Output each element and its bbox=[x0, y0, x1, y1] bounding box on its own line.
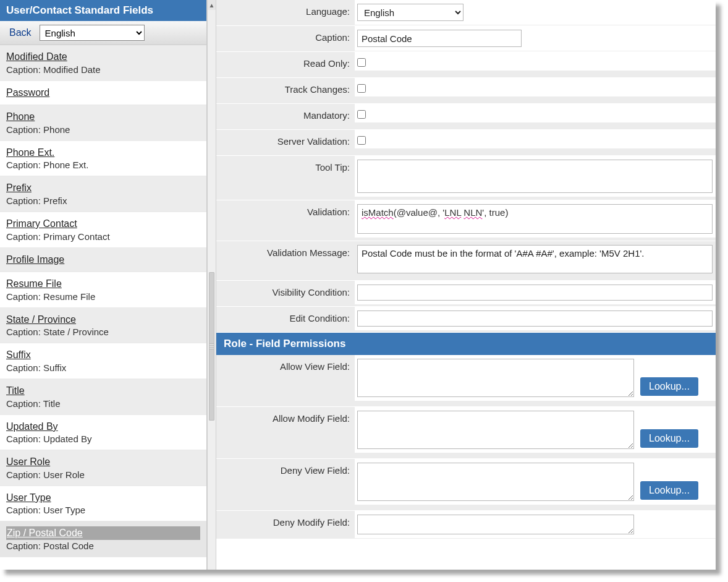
field-list-item[interactable]: Profile Image bbox=[0, 248, 206, 273]
sidebar-title: User/Contact Standard Fields bbox=[0, 0, 206, 21]
field-name: Prefix bbox=[6, 181, 200, 195]
field-list-item[interactable]: Updated ByCaption: Updated By bbox=[0, 415, 206, 451]
mandatory-checkbox[interactable] bbox=[357, 110, 366, 119]
lookup-button[interactable]: Lookup... bbox=[640, 429, 698, 448]
field-caption: Caption: Updated By bbox=[6, 434, 200, 444]
server-validation-checkbox[interactable] bbox=[357, 136, 366, 145]
field-name: User Role bbox=[6, 455, 200, 469]
field-list-item[interactable]: User TypeCaption: User Type bbox=[0, 486, 206, 522]
caption-input[interactable] bbox=[357, 30, 522, 47]
edit-condition-input[interactable] bbox=[357, 310, 713, 327]
field-caption: Caption: Modified Date bbox=[6, 64, 200, 75]
perm-textarea[interactable] bbox=[357, 411, 634, 449]
label-track-changes: Track Changes: bbox=[216, 78, 355, 100]
permissions-header: Role - Field Permissions bbox=[216, 333, 716, 355]
lookup-button[interactable]: Lookup... bbox=[640, 377, 698, 396]
field-list-item[interactable]: PhoneCaption: Phone bbox=[0, 105, 206, 141]
field-name: Phone Ext. bbox=[6, 146, 200, 160]
field-name: Phone bbox=[6, 110, 200, 124]
field-list-item[interactable]: Primary ContactCaption: Primary Contact bbox=[0, 212, 206, 248]
visibility-condition-input[interactable] bbox=[357, 285, 713, 301]
field-caption: Caption: Primary Contact bbox=[6, 231, 200, 242]
field-list-item[interactable]: PrefixCaption: Prefix bbox=[0, 176, 206, 212]
sidebar-scrollbar[interactable]: ▲ bbox=[207, 0, 216, 570]
perm-label: Deny Modify Field: bbox=[216, 511, 355, 533]
field-name: Modified Date bbox=[6, 50, 200, 64]
field-name: Primary Contact bbox=[6, 217, 200, 231]
perm-textarea[interactable] bbox=[357, 463, 634, 501]
field-name: Resume File bbox=[6, 277, 200, 291]
label-caption: Caption: bbox=[216, 26, 355, 48]
field-list-item[interactable]: User RoleCaption: User Role bbox=[0, 450, 206, 486]
perm-label: Allow View Field: bbox=[216, 355, 355, 377]
field-caption: Caption: Phone Ext. bbox=[6, 160, 200, 170]
scroll-up-icon[interactable]: ▲ bbox=[208, 0, 216, 10]
label-mandatory: Mandatory: bbox=[216, 104, 355, 126]
language-select[interactable]: English bbox=[357, 4, 463, 21]
field-caption: Caption: User Role bbox=[6, 469, 200, 480]
sidebar-toolbar: Back English bbox=[0, 21, 206, 45]
field-caption: Caption: Prefix bbox=[6, 195, 200, 206]
field-caption: Caption: Title bbox=[6, 398, 200, 409]
main-panel: Language: English Caption: Read Only: Tr… bbox=[216, 0, 716, 570]
perm-textarea[interactable] bbox=[357, 515, 634, 534]
field-name: Profile Image bbox=[6, 253, 200, 267]
tool-tip-textarea[interactable] bbox=[357, 160, 713, 193]
field-list-item[interactable]: Modified DateCaption: Modified Date bbox=[0, 45, 206, 81]
label-server-validation: Server Validation: bbox=[216, 130, 355, 152]
sidebar-language-select[interactable]: English bbox=[40, 25, 145, 41]
field-name: Password bbox=[6, 86, 200, 100]
field-list-item[interactable]: Resume FileCaption: Resume File bbox=[0, 272, 206, 308]
field-name: Zip / Postal Code bbox=[6, 526, 200, 540]
field-name: Suffix bbox=[6, 348, 200, 362]
field-name: Title bbox=[6, 384, 200, 398]
label-edit-condition: Edit Condition: bbox=[216, 307, 355, 328]
field-caption: Caption: Phone bbox=[6, 124, 200, 135]
field-caption: Caption: Postal Code bbox=[6, 541, 200, 551]
field-caption: Caption: State / Province bbox=[6, 327, 200, 337]
sidebar: User/Contact Standard Fields Back Englis… bbox=[0, 0, 207, 570]
field-caption: Caption: Resume File bbox=[6, 291, 200, 302]
scroll-thumb[interactable] bbox=[209, 272, 214, 421]
label-tool-tip: Tool Tip: bbox=[216, 156, 355, 178]
perm-label: Deny View Field: bbox=[216, 459, 355, 481]
field-list-item[interactable]: Zip / Postal CodeCaption: Postal Code bbox=[0, 521, 206, 557]
field-list[interactable]: Modified DateCaption: Modified DatePassw… bbox=[0, 45, 206, 570]
validation-textarea[interactable]: isMatch(@value@, 'LNL NLN', true) bbox=[357, 204, 713, 234]
perm-textarea[interactable] bbox=[357, 359, 634, 397]
field-caption: Caption: User Type bbox=[6, 505, 200, 515]
field-list-item[interactable]: TitleCaption: Title bbox=[0, 379, 206, 415]
field-list-item[interactable]: SuffixCaption: Suffix bbox=[0, 343, 206, 379]
label-read-only: Read Only: bbox=[216, 52, 355, 74]
field-list-item[interactable]: Phone Ext.Caption: Phone Ext. bbox=[0, 141, 206, 177]
label-validation-message: Validation Message: bbox=[216, 241, 355, 263]
field-name: User Type bbox=[6, 491, 200, 505]
back-button[interactable]: Back bbox=[5, 25, 36, 41]
field-list-item[interactable]: State / ProvinceCaption: State / Provinc… bbox=[0, 308, 206, 344]
field-list-item[interactable]: Password bbox=[0, 81, 206, 106]
field-name: Updated By bbox=[6, 420, 200, 434]
label-visibility-condition: Visibility Condition: bbox=[216, 281, 355, 302]
read-only-checkbox[interactable] bbox=[357, 58, 366, 67]
perm-label: Allow Modify Field: bbox=[216, 407, 355, 429]
label-language: Language: bbox=[216, 0, 355, 22]
field-name: State / Province bbox=[6, 313, 200, 327]
lookup-button[interactable]: Lookup... bbox=[640, 481, 698, 500]
validation-message-textarea[interactable]: Postal Code must be in the format of 'A#… bbox=[357, 245, 713, 273]
field-caption: Caption: Suffix bbox=[6, 362, 200, 373]
label-validation: Validation: bbox=[216, 200, 355, 222]
track-changes-checkbox[interactable] bbox=[357, 84, 366, 93]
